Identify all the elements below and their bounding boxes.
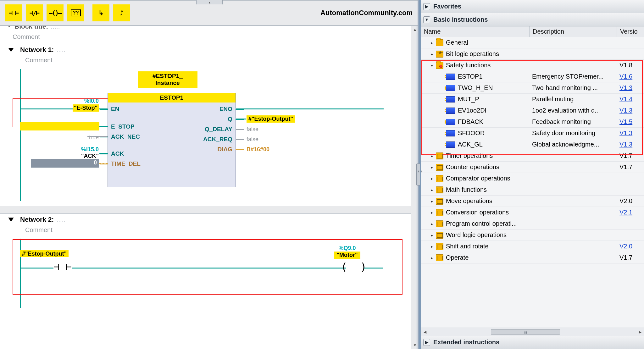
- editor-vscrollbar[interactable]: ▲ ▼: [411, 26, 419, 349]
- tree-item-label: Math functions: [446, 186, 487, 193]
- instruction-tree[interactable]: GeneralBit logic operationsSafety functi…: [421, 37, 644, 328]
- tree-row[interactable]: Timer operationsV1.7: [421, 150, 644, 162]
- network1-canvas[interactable]: #ESTOP1_ Instance ESTOP1 EN E_STOP ACK_N…: [20, 69, 398, 201]
- tree-twisty[interactable]: [429, 40, 435, 46]
- tree-row[interactable]: Bit logic operations: [421, 48, 644, 60]
- tree-twisty[interactable]: [429, 176, 435, 181]
- tree-row[interactable]: General: [421, 37, 644, 48]
- tree-item-version[interactable]: V1.5: [617, 118, 644, 125]
- tree-row[interactable]: TWO_H_ENTwo-hand monitoring ...V1.3: [421, 82, 644, 94]
- tree-row[interactable]: FDBACKFeedback monitoringV1.5: [421, 116, 644, 128]
- tree-twisty[interactable]: [429, 244, 435, 249]
- nw2-contact[interactable]: #"Estop-Output": [20, 250, 69, 257]
- tree-row[interactable]: Conversion operationsV2.1: [421, 207, 644, 218]
- port-eno: ENO: [219, 106, 232, 113]
- tree-item-version[interactable]: V2.0: [617, 243, 644, 250]
- tree-item-label: Shift and rotate: [446, 243, 489, 250]
- instr-hscrollbar[interactable]: ◀▶: [421, 328, 644, 336]
- tb-no-contact[interactable]: ⊣ ⊢: [5, 4, 22, 21]
- tree-item-version[interactable]: V1.4: [617, 96, 644, 103]
- tree-item-version: V1.7: [617, 152, 644, 159]
- tree-item-label: ESTOP1: [458, 73, 483, 80]
- tree-twisty[interactable]: [429, 164, 435, 170]
- acknec-val[interactable]: true: [89, 134, 99, 141]
- network2-comment[interactable]: Comment: [0, 225, 411, 237]
- col-name[interactable]: Name: [421, 26, 530, 37]
- fb-title: ESTOP1: [108, 93, 236, 102]
- tree-item-label: Counter operations: [446, 163, 499, 171]
- block-icon: [446, 141, 455, 148]
- tree-row[interactable]: Program control operati...: [421, 218, 644, 230]
- tree-row[interactable]: Move operationsV2.0: [421, 196, 644, 207]
- estop-sym[interactable]: "E-Stop": [73, 104, 99, 112]
- tree-row[interactable]: Safety functionsV1.8: [421, 60, 644, 71]
- tb-fb-box[interactable]: ??: [67, 4, 84, 21]
- tree-twisty: [439, 97, 445, 102]
- tree-row[interactable]: Math functions: [421, 184, 644, 196]
- col-desc[interactable]: Description: [530, 26, 617, 37]
- tree-item-label: Operate: [446, 254, 469, 261]
- tree-twisty[interactable]: [429, 255, 435, 261]
- favorites-label: Favorites: [433, 3, 461, 10]
- tree-item-version[interactable]: V2.1: [617, 209, 644, 216]
- ack-sym[interactable]: "ACK": [52, 153, 99, 159]
- q-output[interactable]: #"Estop-Output": [247, 115, 295, 123]
- splitter-handle[interactable]: [416, 163, 420, 186]
- tree-row[interactable]: Counter operationsV1.7: [421, 162, 644, 173]
- tree-item-version[interactable]: V1.6: [617, 73, 644, 80]
- tree-item-desc: Feedback monitoring: [530, 118, 617, 125]
- tree-row[interactable]: Comparator operations: [421, 173, 644, 184]
- tree-twisty[interactable]: [429, 187, 435, 193]
- tree-item-version[interactable]: V1.3: [617, 107, 644, 114]
- coil-sym[interactable]: "Motor": [334, 252, 360, 259]
- tree-row[interactable]: MUT_PParallel mutingV1.4: [421, 94, 644, 105]
- fb-estop1[interactable]: ESTOP1 EN E_STOP ACK_NEC ACK TIME_DEL EN…: [108, 93, 236, 187]
- tree-twisty[interactable]: [429, 63, 435, 68]
- tree-twisty: [439, 108, 445, 114]
- favorites-header[interactable]: ▶ Favorites: [421, 0, 644, 13]
- tree-twisty[interactable]: [429, 210, 435, 215]
- tree-row[interactable]: ESTOP1Emergency STOP/emer...V1.6: [421, 71, 644, 82]
- tb-nc-contact[interactable]: ⊣/⊢: [26, 4, 43, 21]
- tree-twisty[interactable]: [429, 221, 435, 227]
- network1-caret[interactable]: [8, 48, 14, 52]
- tree-row[interactable]: SFDOORSafety door monitoringV1.3: [421, 128, 644, 139]
- network2-caret[interactable]: [8, 218, 14, 222]
- tree-twisty[interactable]: [429, 198, 435, 204]
- tree-row[interactable]: OperateV1.7: [421, 252, 644, 263]
- block-icon: [446, 74, 455, 80]
- port-q: Q: [228, 116, 232, 123]
- network2-dots: .....: [54, 216, 65, 223]
- tree-twisty[interactable]: [429, 51, 435, 57]
- tb-branch-open[interactable]: ↳: [92, 4, 109, 21]
- tree-row[interactable]: Shift and rotateV2.0: [421, 241, 644, 252]
- network1-comment[interactable]: Comment: [0, 55, 411, 67]
- tree-twisty[interactable]: [429, 232, 435, 238]
- tree-item-desc: Safety door monitoring: [530, 130, 617, 137]
- port-estop: E_STOP: [111, 123, 135, 130]
- network2-canvas[interactable]: #"Estop-Output" ⊣ ⊢ %Q9.0 "Motor" ( ): [20, 239, 398, 308]
- folder-icon: [436, 62, 443, 69]
- editor-toolbar: ▴ ⊣ ⊢ ⊣/⊢ –()– ?? ↳ ⤴ AutomationCommunit…: [0, 0, 419, 26]
- tree-item-version[interactable]: V1.3: [617, 141, 644, 148]
- port-qdelay: Q_DELAY: [205, 126, 232, 133]
- tree-row[interactable]: ACK_GLGlobal acknowledgme...V1.3: [421, 139, 644, 150]
- port-acknec: ACK_NEC: [111, 133, 140, 140]
- tree-row[interactable]: Word logic operations: [421, 230, 644, 241]
- tb-coil[interactable]: –()–: [47, 4, 64, 21]
- col-ver[interactable]: Versio: [617, 26, 644, 37]
- basic-instr-header[interactable]: ▼ Basic instructions: [421, 13, 644, 26]
- extended-instr-header[interactable]: ▶ Extended instructions: [421, 336, 644, 349]
- top-tab-marker[interactable]: ▴: [196, 0, 223, 4]
- block-icon: [446, 119, 455, 125]
- fb-instance-name[interactable]: #ESTOP1_ Instance: [138, 71, 197, 88]
- tb-branch-close[interactable]: ⤴: [113, 4, 130, 21]
- tree-item-version[interactable]: V1.3: [617, 84, 644, 91]
- gen-icon: [436, 198, 443, 205]
- coil-icon: ( ): [341, 261, 367, 273]
- tree-row[interactable]: EV1oo2DI1oo2 evaluation with d...V1.3: [421, 105, 644, 116]
- tree-item-version: V2.0: [617, 197, 644, 205]
- block-comment[interactable]: Comment: [0, 32, 411, 44]
- tree-twisty[interactable]: [429, 153, 435, 159]
- tree-item-version[interactable]: V1.3: [617, 130, 644, 137]
